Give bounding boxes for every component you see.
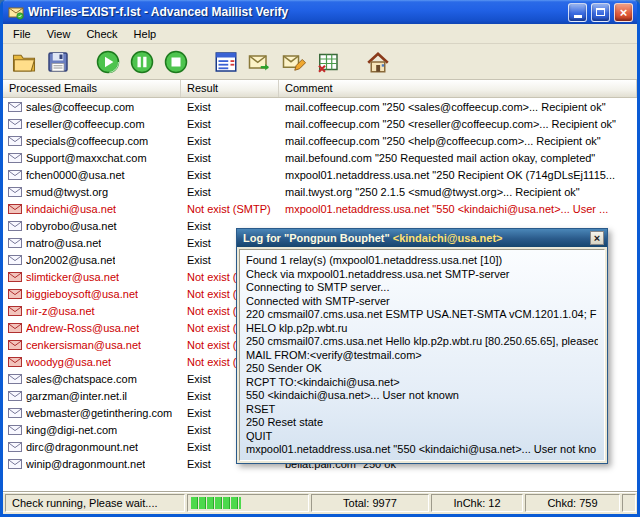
- email-address: kindaichi@usa.net: [26, 203, 116, 215]
- log-popup-header[interactable]: Log for "Pongpun Bouphet" <kindaichi@usa…: [237, 229, 607, 247]
- status-total: Total: 9977: [311, 494, 429, 512]
- log-view-button[interactable]: [211, 47, 241, 77]
- minimize-icon: [574, 15, 582, 18]
- log-line: RCPT TO:<kindaichi@usa.net>: [246, 376, 598, 390]
- status-inchk: InChk: 12: [431, 494, 523, 512]
- log-list-icon: [214, 50, 238, 74]
- envelope-icon: [8, 238, 22, 248]
- email-cell: woodyg@usa.net: [3, 356, 181, 368]
- table-row[interactable]: sales@coffeecup.comExistmail.coffeecup.c…: [3, 98, 637, 115]
- column-header-processed-emails[interactable]: Processed Emails: [3, 80, 181, 97]
- toolbar-separator: [347, 46, 359, 77]
- progress-bar: [187, 494, 309, 512]
- log-title-email: <kindaichi@usa.net>: [393, 232, 503, 244]
- status-filler: [622, 494, 636, 512]
- email-cell: dirc@dragonmount.net: [3, 441, 181, 453]
- email-address: winip@dragonmount.net: [26, 458, 145, 470]
- envelope-icon: [8, 170, 22, 180]
- menu-item-file[interactable]: File: [5, 26, 39, 42]
- comment-cell: mail.coffeecup.com "250 <sales@coffeecup…: [279, 101, 637, 113]
- envelope-icon: [8, 119, 22, 129]
- envelope-icon: [8, 391, 22, 401]
- start-check-button[interactable]: [93, 47, 123, 77]
- window-title: WinFiles-EXIST-f.lst - Advanced Maillist…: [28, 5, 564, 19]
- email-cell: cenkersisman@usa.net: [3, 339, 181, 351]
- toolbar-separator: [195, 46, 207, 77]
- table-header: Processed Emails Result Comment: [3, 80, 637, 98]
- comment-cell: mail.twyst.org "250 2.1.5 <smud@twyst.or…: [279, 186, 637, 198]
- email-address: woodyg@usa.net: [26, 356, 111, 368]
- table-row[interactable]: smud@twyst.orgExistmail.twyst.org "250 2…: [3, 183, 637, 200]
- home-button[interactable]: [363, 47, 393, 77]
- menu-item-check[interactable]: Check: [78, 26, 125, 42]
- email-address: smud@twyst.org: [26, 186, 108, 198]
- menu-item-view[interactable]: View: [39, 26, 79, 42]
- envelope-icon: [8, 408, 22, 418]
- minimize-button[interactable]: [568, 3, 587, 22]
- menu-item-help[interactable]: Help: [126, 26, 165, 42]
- log-popup-title: Log for "Pongpun Bouphet" <kindaichi@usa…: [243, 232, 590, 244]
- email-address: sales@chatspace.com: [26, 373, 137, 385]
- send-mail-button[interactable]: [245, 47, 275, 77]
- envelope-icon: [8, 459, 22, 469]
- open-folder-icon: [12, 50, 36, 74]
- email-address: nir-z@usa.net: [26, 305, 95, 317]
- envelope-icon: [8, 323, 22, 333]
- compose-mail-icon: [282, 50, 306, 74]
- log-line: mxpool01.netaddress.usa.net "550 <kindai…: [246, 443, 598, 457]
- app-icon: [8, 4, 24, 20]
- envelope-icon: [8, 204, 22, 214]
- email-cell: nir-z@usa.net: [3, 305, 181, 317]
- close-button[interactable]: ×: [614, 3, 633, 22]
- table-row[interactable]: fchen0000@usa.netExistmxpool01.netaddres…: [3, 166, 637, 183]
- table-row[interactable]: reseller@coffeecup.comExistmail.coffeecu…: [3, 115, 637, 132]
- envelope-icon: [8, 255, 22, 265]
- envelope-icon: [8, 153, 22, 163]
- log-line: Connected with SMTP-server: [246, 295, 598, 309]
- envelope-icon: [8, 289, 22, 299]
- envelope-icon: [8, 187, 22, 197]
- log-line: Check via mxpool01.netaddress.usa.net SM…: [246, 268, 598, 282]
- comment-cell: mxpool01.netaddress.usa.net "550 <kindai…: [279, 203, 637, 215]
- stop-check-button[interactable]: [161, 47, 191, 77]
- comment-cell: mail.befound.com "250 Requested mail act…: [279, 152, 637, 164]
- email-cell: Andrew-Ross@usa.net: [3, 322, 181, 334]
- table-row[interactable]: Support@maxxchat.comExistmail.befound.co…: [3, 149, 637, 166]
- envelope-icon: [8, 221, 22, 231]
- email-address: cenkersisman@usa.net: [26, 339, 141, 351]
- log-popup: Log for "Pongpun Bouphet" <kindaichi@usa…: [236, 228, 608, 464]
- email-address: slimticker@usa.net: [26, 271, 119, 283]
- email-address: matro@usa.net: [26, 237, 101, 249]
- result-cell: Exist: [181, 186, 279, 198]
- envelope-icon: [8, 340, 22, 350]
- column-header-comment[interactable]: Comment: [279, 80, 637, 97]
- menubar: FileViewCheckHelp: [3, 24, 637, 44]
- log-title-prefix: Log for "Pongpun Bouphet": [243, 232, 393, 244]
- email-address: Support@maxxchat.com: [26, 152, 147, 164]
- table-row[interactable]: kindaichi@usa.netNot exist (SMTP)mxpool0…: [3, 200, 637, 217]
- compose-mail-button[interactable]: [279, 47, 309, 77]
- result-cell: Exist: [181, 135, 279, 147]
- email-address: Jon2002@usa.net: [26, 254, 115, 266]
- email-cell: matro@usa.net: [3, 237, 181, 249]
- pause-check-button[interactable]: [127, 47, 157, 77]
- export-button[interactable]: [313, 47, 343, 77]
- email-cell: smud@twyst.org: [3, 186, 181, 198]
- column-header-result[interactable]: Result: [181, 80, 279, 97]
- envelope-icon: [8, 374, 22, 384]
- titlebar[interactable]: WinFiles-EXIST-f.lst - Advanced Maillist…: [3, 0, 637, 24]
- email-address: webmaster@getinthering.com: [26, 407, 172, 419]
- email-address: king@digi-net.com: [26, 424, 117, 436]
- envelope-icon: [8, 272, 22, 282]
- open-file-button[interactable]: [9, 47, 39, 77]
- log-line: 250 Sender OK: [246, 362, 598, 376]
- save-button[interactable]: [43, 47, 73, 77]
- export-table-icon: [316, 50, 340, 74]
- email-address: garzman@inter.net.il: [26, 390, 127, 402]
- send-mail-icon: [248, 50, 272, 74]
- save-icon: [46, 50, 70, 74]
- result-cell: Exist: [181, 152, 279, 164]
- table-row[interactable]: specials@coffeecup.comExistmail.coffeecu…: [3, 132, 637, 149]
- maximize-button[interactable]: [591, 3, 610, 22]
- log-close-button[interactable]: ×: [590, 231, 604, 245]
